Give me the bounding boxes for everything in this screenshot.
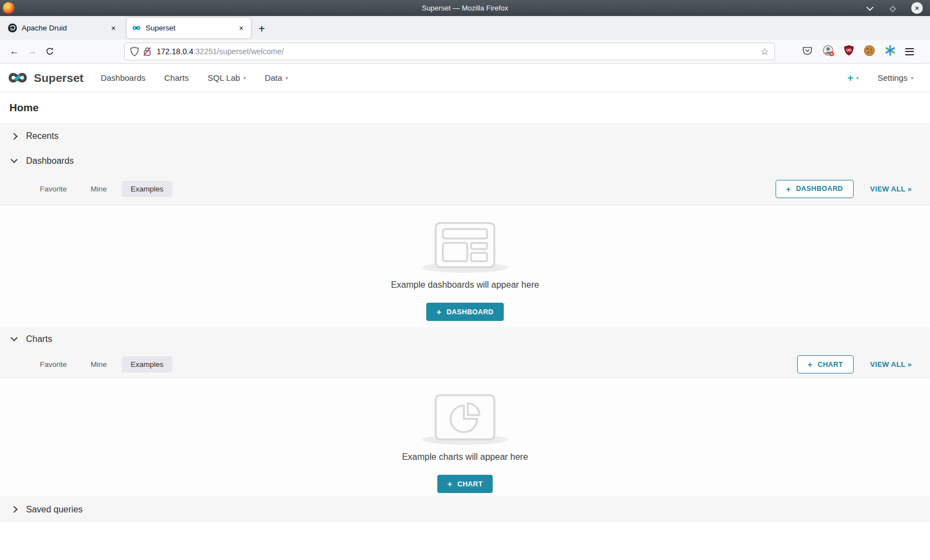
browser-toolbar: ← → 172.18.0.4:32251/superset/welcome/ ☆ <box>0 40 930 64</box>
new-tab-button[interactable]: + <box>259 23 265 35</box>
new-dashboard-button[interactable]: + DASHBOARD <box>776 180 854 198</box>
tab-examples[interactable]: Examples <box>122 356 172 372</box>
new-chart-button[interactable]: + CHART <box>797 355 854 374</box>
tab-superset[interactable]: Superset × <box>127 18 251 38</box>
section-charts-header[interactable]: Charts <box>0 327 930 351</box>
tab-mine[interactable]: Mine <box>82 356 116 372</box>
dashboard-empty-figure <box>435 222 495 268</box>
plus-icon: + <box>786 185 791 193</box>
plus-icon: + <box>436 308 441 316</box>
chevron-down-icon: ▾ <box>911 75 913 81</box>
welcome-content: Recents Dashboards Favorite Mine Example… <box>0 123 930 522</box>
page-header: Home <box>0 92 930 123</box>
new-item-menu[interactable]: + ▾ <box>848 72 859 83</box>
tab-title: Apache Druid <box>22 24 109 32</box>
brand-name: Superset <box>34 71 84 85</box>
section-label: Dashboards <box>26 156 74 166</box>
nav-dashboards[interactable]: Dashboards <box>91 73 155 82</box>
section-saved-queries-header[interactable]: Saved queries <box>0 496 930 522</box>
dashboards-subheader: Favorite Mine Examples + DASHBOARD VIEW … <box>0 173 930 205</box>
tab-examples[interactable]: Examples <box>122 181 172 197</box>
window-maximize-button[interactable]: ◇ <box>890 4 896 12</box>
section-recents-header[interactable]: Recents <box>0 123 930 149</box>
window-close-button[interactable]: × <box>911 2 923 14</box>
ublock-origin-icon[interactable]: UO <box>844 45 854 58</box>
dashboards-empty-text: Example dashboards will appear here <box>391 280 539 290</box>
ublock-label: UO <box>846 48 852 52</box>
tab-favorite[interactable]: Favorite <box>31 356 76 372</box>
url-path: :32251/superset/welcome/ <box>193 47 283 56</box>
dashboard-placeholder-icon <box>435 222 495 268</box>
superset-logo-icon <box>7 71 29 84</box>
section-dashboards-header[interactable]: Dashboards <box>0 149 930 173</box>
chevron-down-icon: ▾ <box>286 75 288 81</box>
tab-favorite[interactable]: Favorite <box>31 181 76 197</box>
window-titlebar: Superset — Mozilla Firefox ◇ × <box>0 0 930 16</box>
tab-mine[interactable]: Mine <box>82 181 116 197</box>
view-all-charts-link[interactable]: VIEW ALL » <box>870 360 912 369</box>
chevron-down-icon <box>11 156 18 163</box>
chart-placeholder-icon <box>435 394 495 440</box>
dashboards-empty-panel: Example dashboards will appear here + DA… <box>0 205 930 327</box>
nav-data[interactable]: Data▾ <box>255 73 297 82</box>
firefox-logo-icon <box>3 2 14 14</box>
browser-tab-bar: Apache Druid × Superset × + <box>0 16 930 40</box>
asterisk-extension-icon[interactable] <box>885 45 896 58</box>
pocket-icon[interactable] <box>802 45 813 59</box>
window-title: Superset — Mozilla Firefox <box>0 4 930 12</box>
menu-hamburger-icon[interactable] <box>905 48 914 55</box>
charts-empty-panel: Example charts will appear here + CHART <box>0 377 930 496</box>
nav-charts[interactable]: Charts <box>155 73 198 82</box>
plus-icon: + <box>808 360 813 369</box>
url-host: 172.18.0.4 <box>157 47 193 56</box>
tab-close-icon[interactable]: × <box>237 23 246 34</box>
cookie-extension-icon[interactable] <box>864 45 875 59</box>
charts-empty-text: Example charts will appear here <box>402 452 528 462</box>
nav-sql-lab[interactable]: SQL Lab▾ <box>198 73 255 82</box>
forward-button[interactable]: → <box>23 43 41 60</box>
druid-favicon-icon <box>8 23 17 33</box>
settings-menu[interactable]: Settings ▾ <box>877 73 913 82</box>
shield-icon[interactable] <box>130 46 139 56</box>
page-title: Home <box>9 102 39 114</box>
section-label: Recents <box>26 131 59 141</box>
tab-apache-druid[interactable]: Apache Druid × <box>3 18 123 38</box>
plus-icon: + <box>447 480 452 488</box>
section-label: Saved queries <box>26 505 82 515</box>
chevron-right-icon <box>11 506 18 513</box>
tab-close-icon[interactable]: × <box>109 23 118 34</box>
url-bar[interactable]: 172.18.0.4:32251/superset/welcome/ ☆ <box>124 43 775 60</box>
chevron-down-icon <box>11 334 18 341</box>
chart-empty-figure <box>435 394 495 440</box>
plus-icon: + <box>848 72 854 83</box>
bookmark-star-icon[interactable]: ☆ <box>761 46 769 58</box>
chevron-right-icon <box>11 133 18 140</box>
superset-favicon-icon <box>132 23 141 33</box>
back-button[interactable]: ← <box>6 43 23 60</box>
chevron-down-icon: ▾ <box>856 75 859 81</box>
view-all-dashboards-link[interactable]: VIEW ALL » <box>870 185 912 193</box>
tab-title: Superset <box>146 24 237 32</box>
profile-blocked-extension-icon[interactable] <box>823 45 834 59</box>
superset-navbar: Superset Dashboards Charts SQL Lab▾ Data… <box>0 64 930 92</box>
superset-brand[interactable]: Superset <box>7 71 84 85</box>
reload-button[interactable] <box>41 43 59 60</box>
insecure-lock-icon[interactable] <box>143 46 152 56</box>
create-chart-button[interactable]: + CHART <box>437 475 493 493</box>
create-dashboard-button[interactable]: + DASHBOARD <box>426 303 503 321</box>
window-minimize-button[interactable] <box>866 3 874 13</box>
charts-subheader: Favorite Mine Examples + CHART VIEW ALL … <box>0 351 930 377</box>
chevron-down-icon: ▾ <box>244 75 246 81</box>
section-label: Charts <box>26 334 52 344</box>
